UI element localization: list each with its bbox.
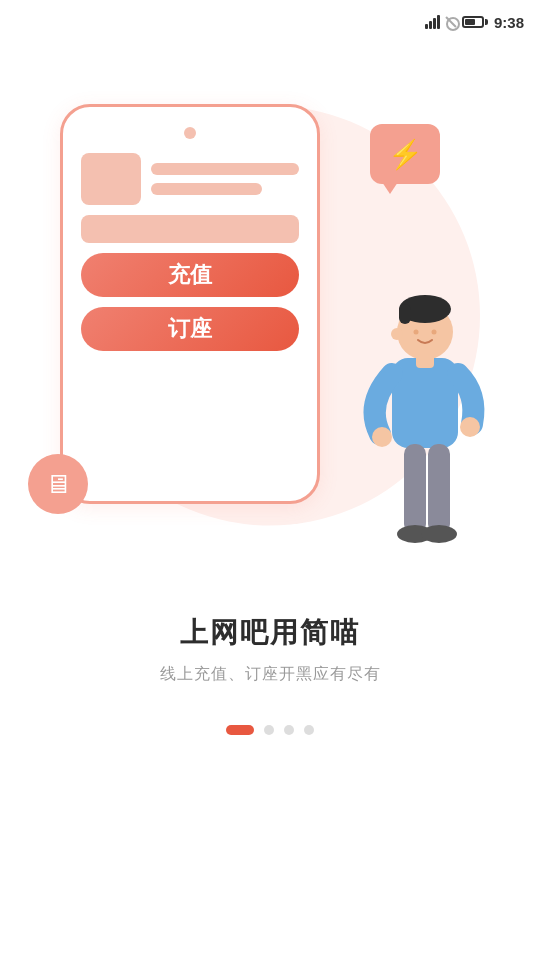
svg-point-3 [414, 330, 419, 335]
dot-1-active[interactable] [226, 725, 254, 735]
dot-4[interactable] [304, 725, 314, 735]
svg-point-5 [391, 328, 403, 340]
phone-line-2 [151, 183, 262, 195]
svg-rect-2 [399, 304, 411, 324]
car-bubble: 🖥 [28, 454, 88, 514]
phone-line-1 [151, 163, 299, 175]
svg-rect-11 [428, 444, 450, 534]
dot-2[interactable] [264, 725, 274, 735]
svg-rect-10 [404, 444, 426, 534]
svg-rect-7 [416, 352, 434, 368]
status-icons [425, 15, 488, 29]
phone-lines-block [151, 153, 299, 205]
phone-content-row [81, 153, 299, 205]
car-icon: 🖥 [45, 469, 71, 500]
phone-square-block [81, 153, 141, 205]
phone-full-block [81, 215, 299, 243]
no-signal-icon [444, 15, 458, 29]
status-bar: 9:38 [0, 0, 540, 44]
dots-container[interactable] [226, 725, 314, 735]
battery-icon [462, 16, 488, 28]
signal-icon [425, 15, 440, 29]
svg-point-4 [432, 330, 437, 335]
lightning-icon: ⚡ [388, 138, 423, 171]
svg-point-8 [372, 427, 392, 447]
main-content: 充值 订座 ⚡ 🖥 [0, 44, 540, 960]
dot-3[interactable] [284, 725, 294, 735]
phone-reserve-button[interactable]: 订座 [81, 307, 299, 351]
phone-recharge-button[interactable]: 充值 [81, 253, 299, 297]
phone-camera [184, 127, 196, 139]
svg-point-13 [421, 525, 457, 543]
person-illustration [360, 294, 490, 574]
main-title: 上网吧用简喵 [180, 614, 360, 652]
notification-bubble: ⚡ [370, 124, 440, 184]
status-time: 9:38 [494, 14, 524, 31]
text-section: 上网吧用简喵 线上充值、订座开黑应有尽有 [160, 614, 381, 685]
sub-title: 线上充值、订座开黑应有尽有 [160, 664, 381, 685]
phone-mockup: 充值 订座 [60, 104, 320, 504]
svg-point-9 [460, 417, 480, 437]
illustration-area: 充值 订座 ⚡ 🖥 [0, 44, 540, 604]
